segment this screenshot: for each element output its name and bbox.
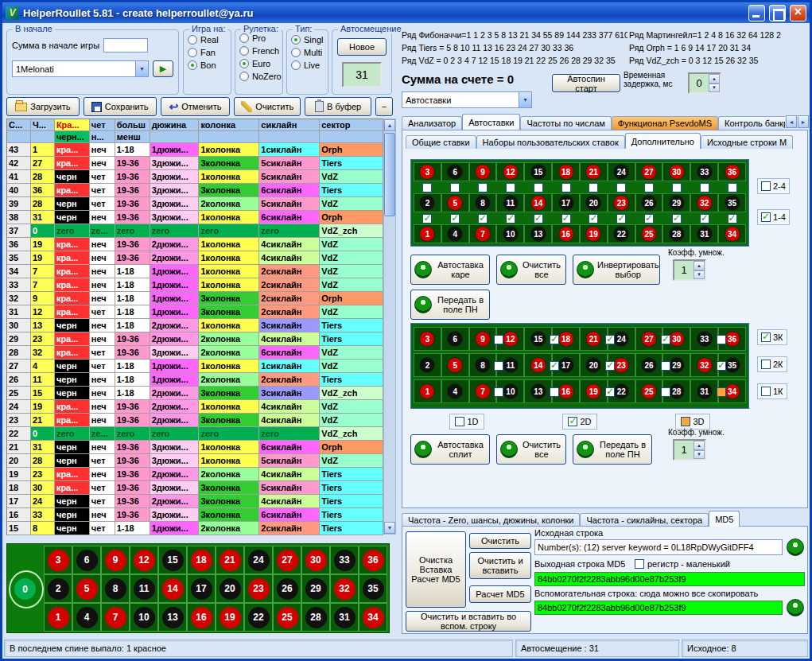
autostavki-combobox[interactable]: Автоставки ▼ (402, 91, 532, 108)
history-row[interactable]: 2131черннеч19-363дюжи...1колонка6сиклайн… (7, 441, 383, 454)
history-row[interactable]: 2515черннеч1-182дюжи...3колонка3сиклайнV… (7, 387, 383, 400)
bet-number-cell[interactable]: 8 (469, 193, 497, 212)
dimension-check[interactable]: 1D (449, 414, 484, 430)
main-tab[interactable]: Контроль банкр (718, 116, 785, 130)
bet-number-cell[interactable]: 21 (580, 162, 608, 181)
split-checkbox[interactable] (605, 335, 615, 344)
kare-checkbox[interactable] (561, 214, 571, 224)
radio-option[interactable]: Live (291, 60, 324, 70)
bet-number-cell[interactable]: 9 (469, 327, 497, 351)
history-row[interactable]: 4036кра...чет19-363дюжи...3колонка6сикла… (7, 184, 383, 197)
dimension-check[interactable]: 2D (562, 414, 596, 430)
radio-option[interactable]: Real (188, 35, 227, 45)
radio-option[interactable]: Multi (291, 48, 324, 57)
title-bar[interactable]: V HelperRoullet 5.81 - create helperroul… (2, 2, 810, 23)
md5-big-button[interactable]: Очистка Вставка Расчет MD5 (406, 531, 466, 608)
board-cell[interactable]: 31 (330, 603, 359, 632)
buffer-button[interactable]: В буфер (305, 97, 371, 116)
kare-checkbox[interactable] (450, 214, 460, 224)
new-button[interactable]: Новое (337, 38, 387, 56)
radio-option[interactable]: Fan (188, 48, 227, 57)
history-row[interactable]: 347кра...неч1-181дюжи...1колонка2сиклайн… (7, 265, 383, 278)
kare-transfer-button[interactable]: Передать в поле ПН (410, 290, 490, 320)
tab-scroll-right-icon[interactable]: ► (798, 115, 809, 128)
bet-number-cell[interactable]: 4 (441, 379, 469, 403)
bet-number-cell[interactable]: 6 (441, 327, 469, 351)
kare-checkbox[interactable] (478, 183, 488, 192)
board-cell[interactable]: 20 (216, 574, 244, 603)
bet-number-cell[interactable]: 2 (414, 353, 441, 377)
bet-number-cell[interactable]: 26 (635, 193, 663, 212)
md5-clear-paste-button[interactable]: Очистить и вставить (469, 552, 531, 579)
md5-clear-button[interactable]: Очистить (469, 533, 531, 549)
frequency-tab[interactable]: Частота - сиклайны, сектора (580, 513, 709, 527)
bet-number-cell[interactable]: 11 (496, 193, 524, 212)
roulette-wheel-icon[interactable] (787, 599, 804, 616)
bet-number-cell[interactable]: 27 (635, 327, 663, 351)
minus-button[interactable]: − (375, 97, 393, 116)
board-cell[interactable]: 24 (244, 546, 273, 574)
split-checkbox[interactable] (494, 335, 503, 344)
bet-number-cell[interactable]: 19 (580, 379, 608, 403)
load-button[interactable]: Загрузить (6, 97, 80, 116)
board-cell[interactable]: 29 (301, 574, 330, 603)
board-cell[interactable]: 5 (72, 574, 101, 603)
frequency-tab[interactable]: Частота - Zero, шансы, дюжины, колонки (402, 513, 580, 527)
split-checkbox[interactable] (494, 361, 503, 371)
kare-checkbox[interactable] (728, 214, 737, 224)
bet-number-cell[interactable]: 10 (496, 224, 524, 243)
board-cell[interactable]: 4 (72, 603, 101, 632)
history-row[interactable]: 337кра...неч1-181дюжи...1колонка2сиклайн… (7, 278, 383, 292)
spinner-up-icon[interactable]: ▲ (709, 74, 720, 84)
board-cell[interactable]: 1 (44, 603, 72, 632)
spinner-down-icon[interactable]: ▼ (709, 84, 720, 93)
history-row[interactable]: 3112кра...чет1-181дюжи...3колонка2сиклай… (7, 305, 383, 319)
split-checkbox[interactable] (661, 387, 670, 397)
split-clear-all-button[interactable]: Очистить все (496, 434, 566, 465)
split-checkbox[interactable] (717, 387, 726, 397)
autospin-start-button[interactable]: Автоспин старт (552, 74, 620, 92)
bet-number-cell[interactable]: 15 (524, 162, 552, 181)
history-row[interactable]: 2419кра...неч19-362дюжи...1колонка4сикла… (7, 400, 383, 414)
bet-number-cell[interactable]: 32 (690, 353, 718, 377)
bet-number-cell[interactable]: 27 (635, 162, 663, 181)
board-cell[interactable]: 3 (44, 546, 72, 574)
kare-clear-all-button[interactable]: Очистить все (496, 255, 566, 285)
bet-number-cell[interactable]: 13 (524, 224, 552, 243)
bet-number-cell[interactable]: 18 (552, 162, 580, 181)
bet-number-cell[interactable]: 35 (718, 193, 746, 212)
history-row[interactable]: 1923кра...неч19-362дюжи...2колонка4сикла… (7, 468, 383, 481)
kare-checkbox[interactable] (478, 214, 488, 224)
tab-scroll-left-icon[interactable]: ◄ (786, 115, 797, 128)
history-row[interactable]: 1633черннеч19-363дюжи...3колонка6сиклайн… (7, 508, 383, 522)
bet-number-cell[interactable]: 8 (469, 353, 497, 377)
split-checkbox[interactable] (550, 387, 559, 397)
history-row[interactable]: 431кра...неч1-181дюжи...1колонка1сиклайн… (7, 143, 383, 157)
register-checkbox[interactable] (635, 559, 644, 569)
history-row[interactable]: 329кра...неч1-181дюжи...3колонка2сиклайн… (7, 292, 383, 305)
board-cell[interactable]: 22 (244, 603, 273, 632)
bet-number-cell[interactable]: 25 (635, 379, 663, 403)
side-check[interactable]: 1К (757, 383, 787, 399)
bet-number-cell[interactable]: 21 (580, 327, 608, 351)
main-tab[interactable]: Частоты по числам (520, 116, 611, 130)
split-koeff-spinner[interactable]: 1 ▲▼ (673, 439, 706, 461)
bet-number-cell[interactable]: 31 (690, 379, 718, 403)
kare-checkbox[interactable] (589, 214, 598, 224)
board-cell[interactable]: 14 (158, 574, 187, 603)
frequency-tab[interactable]: MD5 (709, 511, 740, 527)
board-cell[interactable]: 12 (130, 546, 158, 574)
kare-checkbox[interactable] (534, 214, 543, 224)
spinner-down-icon[interactable]: ▼ (694, 270, 705, 280)
chevron-down-icon[interactable]: ▼ (519, 92, 531, 107)
scroll-down-icon[interactable]: ▼ (384, 522, 395, 534)
bet-number-cell[interactable]: 25 (635, 224, 663, 243)
split-transfer-button[interactable]: Передать в поле ПН (573, 434, 652, 465)
history-row[interactable]: 2611черннеч1-181дюжи...2колонка2сиклайнT… (7, 373, 383, 387)
kare-autostavka-button[interactable]: Автоставка каре (410, 255, 490, 285)
history-row[interactable]: 4227кра...неч19-363дюжи...3колонка5сикла… (7, 157, 383, 170)
kare-checkbox[interactable] (506, 183, 515, 192)
bet-number-cell[interactable]: 12 (496, 162, 524, 181)
radio-option[interactable]: Pro (239, 33, 278, 43)
kare-checkbox[interactable] (700, 183, 709, 192)
